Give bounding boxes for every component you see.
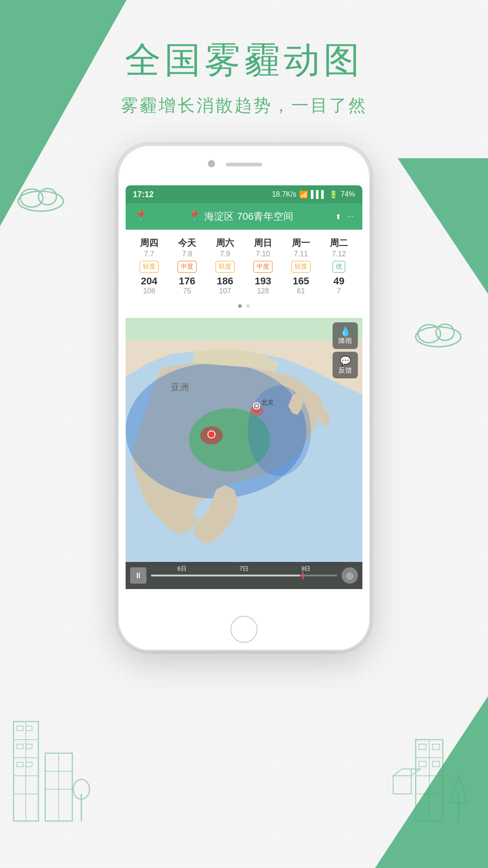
day-name-1: 今天 (170, 237, 204, 249)
day-col-5[interactable]: 周二 7.12 优 49 7 (320, 234, 358, 298)
feedback-label: 反馈 (338, 366, 352, 374)
phone-camera (208, 160, 215, 167)
day-aqi2-3: 128 (246, 287, 280, 295)
timeline-track[interactable]: 6日 7日 8日 (151, 575, 337, 576)
status-time: 17:12 (133, 190, 154, 199)
day-aqi-4: 165 (284, 275, 318, 287)
header-actions: ⬆ ··· (335, 212, 353, 221)
timeline-bar: ⏸ 6日 7日 8日 ◎ (126, 562, 362, 589)
day-aqi2-5: 7 (322, 287, 356, 295)
dot-1[interactable] (238, 304, 242, 308)
day-aqi2-0: 108 (132, 287, 166, 295)
day-name-3: 周日 (246, 237, 280, 249)
location-button[interactable]: ◎ (342, 567, 358, 584)
map-section[interactable]: 亚洲 北京 💧 (126, 318, 362, 589)
svg-rect-13 (26, 726, 32, 731)
play-pause-button[interactable]: ⏸ (130, 567, 146, 584)
day-badge-2: 轻度 (216, 261, 235, 273)
map-background: 亚洲 北京 💧 (126, 318, 362, 589)
day-col-4[interactable]: 周一 7.11 轻度 165 61 (282, 234, 320, 298)
status-bar: 17:12 18.7K/s 📶 ▌▌▌ 🔋 74% (126, 185, 362, 203)
subtitle: 雾霾增长消散趋势，一目了然 (0, 94, 488, 117)
day-badge-3: 中度 (253, 261, 272, 273)
rain-label: 降雨 (338, 337, 352, 344)
feedback-button[interactable]: 💬 反馈 (333, 352, 358, 378)
svg-rect-16 (17, 762, 23, 767)
day-name-2: 周六 (208, 237, 242, 249)
svg-rect-29 (419, 744, 426, 750)
day-name-4: 周一 (284, 237, 318, 249)
timeline-label-2: 7日 (239, 565, 249, 573)
day-date-5: 7.12 (322, 250, 356, 258)
svg-rect-32 (432, 761, 440, 767)
svg-rect-12 (17, 726, 23, 731)
day-date-1: 7.8 (170, 250, 204, 258)
day-badge-1: 中度 (178, 261, 197, 273)
timeline-labels: 6日 7日 8日 (151, 565, 337, 575)
day-badge-4: 轻度 (291, 261, 310, 273)
day-date-0: 7.7 (132, 250, 166, 258)
svg-point-5 (436, 324, 454, 340)
signal-icon: ▌▌▌ (311, 190, 326, 198)
buildings-decoration-bl (9, 694, 99, 832)
wifi-icon: 📶 (299, 190, 308, 199)
pagination (126, 298, 362, 313)
buildings-decoration-br (389, 694, 479, 832)
main-title: 全国雾霾动图 (0, 36, 488, 85)
day-badge-5: 优 (333, 261, 345, 273)
rain-icon: 💧 (337, 326, 353, 337)
title-section: 全国雾霾动图 雾霾增长消散趋势，一目了然 (0, 36, 488, 117)
cloud-decoration-tr (411, 316, 465, 350)
day-aqi-3: 193 (246, 275, 280, 287)
day-col-0[interactable]: 周四 7.7 轻度 204 108 (130, 234, 168, 298)
day-aqi-1: 176 (170, 275, 204, 287)
day-name-0: 周四 (132, 237, 166, 249)
map-overlay-buttons: 💧 降雨 💬 反馈 (333, 322, 358, 378)
svg-rect-31 (419, 761, 426, 767)
play-icon: ⏸ (134, 571, 142, 580)
cloud-decoration-tl (14, 181, 68, 214)
status-battery: 74% (341, 190, 355, 198)
phone-outer: 17:12 18.7K/s 📶 ▌▌▌ 🔋 74% 📍 📍 海淀区 706青年空… (117, 145, 371, 651)
day-aqi-5: 49 (322, 275, 356, 287)
svg-point-49 (255, 405, 258, 407)
map-svg: 亚洲 北京 (126, 318, 362, 589)
day-aqi-2: 186 (208, 275, 242, 287)
status-speed: 18.7K/s (272, 190, 296, 198)
dot-2[interactable] (246, 304, 250, 308)
location-icon: ◎ (346, 571, 353, 580)
svg-point-52 (210, 433, 213, 436)
share-icon[interactable]: ⬆ (335, 212, 341, 221)
phone-speaker (226, 163, 262, 166)
day-name-5: 周二 (322, 237, 356, 249)
day-col-3[interactable]: 周日 7.10 中度 193 128 (244, 234, 282, 298)
more-icon[interactable]: ··· (347, 212, 353, 221)
svg-rect-33 (393, 776, 411, 794)
day-aqi2-2: 107 (208, 287, 242, 295)
location-pin-icon: 📍 (188, 211, 201, 222)
location-pin-left-icon[interactable]: 📍 (135, 211, 147, 222)
rain-button[interactable]: 💧 降雨 (333, 322, 358, 349)
svg-point-2 (38, 189, 56, 205)
svg-rect-14 (17, 744, 23, 749)
day-date-4: 7.11 (284, 250, 318, 258)
day-date-2: 7.9 (208, 250, 242, 258)
day-badge-0: 轻度 (140, 261, 159, 273)
battery-icon: 🔋 (329, 190, 338, 199)
svg-rect-15 (26, 744, 32, 749)
day-col-1[interactable]: 今天 7.8 中度 176 75 (168, 234, 206, 298)
app-header: 📍 📍 海淀区 706青年空间 ⬆ ··· (126, 203, 362, 230)
phone-mockup: 17:12 18.7K/s 📶 ▌▌▌ 🔋 74% 📍 📍 海淀区 706青年空… (117, 145, 371, 651)
timeline-progress (151, 575, 300, 576)
svg-text:北京: 北京 (261, 399, 274, 406)
days-row: 周四 7.7 轻度 204 108 今天 7.8 中度 176 75 周六 7.… (126, 234, 362, 298)
timeline-marker (302, 572, 304, 579)
header-location[interactable]: 📍 海淀区 706青年空间 (147, 210, 335, 223)
day-date-3: 7.10 (246, 250, 280, 258)
day-col-2[interactable]: 周六 7.9 轻度 186 107 (206, 234, 244, 298)
svg-rect-17 (26, 762, 32, 767)
timeline-label-1: 6日 (178, 565, 187, 573)
phone-screen: 17:12 18.7K/s 📶 ▌▌▌ 🔋 74% 📍 📍 海淀区 706青年空… (126, 185, 362, 615)
home-button[interactable] (230, 616, 258, 643)
svg-rect-30 (432, 744, 440, 750)
